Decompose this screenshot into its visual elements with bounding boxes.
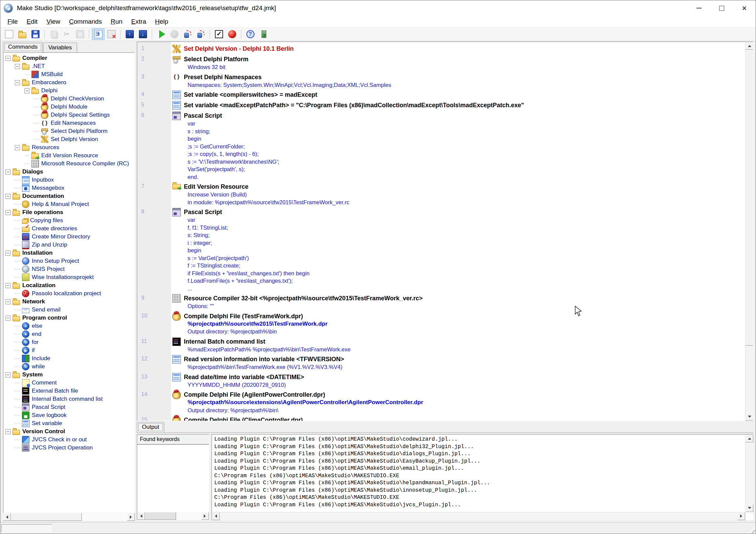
scroll-right-arrow[interactable] — [127, 513, 135, 521]
tree-item[interactable]: Microsoft Resource Compiler (RC) — [3, 160, 135, 168]
stop-button[interactable] — [168, 28, 180, 40]
tree-item[interactable]: JVCS Check in or out — [3, 436, 135, 444]
tree-item[interactable]: Zip and Unzip — [3, 241, 135, 249]
tree-item[interactable]: else — [3, 322, 135, 330]
menu-file[interactable]: File — [3, 17, 22, 26]
close-button[interactable]: ✕ — [733, 0, 756, 16]
collapse-minus-icon[interactable] — [5, 251, 10, 256]
check-syntax-button[interactable] — [213, 28, 225, 40]
menu-edit[interactable]: Edit — [22, 17, 42, 26]
tree-item[interactable]: Documentation — [3, 192, 135, 200]
command-row[interactable]: 11Internal Batch command list%madExceptP… — [137, 338, 745, 353]
tree-item[interactable]: Set variable — [3, 419, 135, 427]
tree-item[interactable]: Program control — [3, 314, 135, 322]
copy-button[interactable] — [47, 28, 60, 40]
log-horizontal-scrollbar[interactable] — [212, 512, 745, 520]
tree-item[interactable]: Include — [3, 354, 135, 363]
tree-item[interactable]: Localization — [3, 281, 135, 289]
scrollbar-track[interactable] — [176, 512, 201, 520]
collapse-minus-icon[interactable] — [5, 283, 10, 288]
scroll-right-arrow[interactable] — [201, 512, 209, 520]
tree-item[interactable]: end — [3, 330, 135, 338]
command-row[interactable]: 12Read version information into variable… — [137, 355, 745, 371]
tree-item[interactable]: Comment — [3, 379, 135, 387]
collapse-minus-icon[interactable] — [5, 316, 10, 321]
command-row[interactable]: 9Resource Compiler 32-bit <%projectpath%… — [137, 294, 745, 310]
collapse-minus-icon[interactable] — [5, 429, 10, 434]
scroll-up-arrow[interactable] — [746, 42, 753, 50]
scroll-right-arrow[interactable] — [737, 512, 745, 520]
scrollbar-thumb[interactable] — [145, 512, 176, 520]
step-into-button[interactable] — [181, 28, 194, 40]
tree-item[interactable]: Inputbox — [3, 176, 135, 184]
menu-extra[interactable]: Extra — [127, 17, 150, 26]
menu-run[interactable]: Run — [106, 17, 127, 26]
command-row[interactable]: 15Compile Delphi File (ClimaController.d… — [137, 416, 745, 421]
tree-item[interactable]: Pascal Script — [3, 403, 135, 411]
open-file-button[interactable] — [16, 28, 28, 40]
paste-button[interactable] — [74, 28, 86, 40]
tree-item[interactable]: Send email — [3, 306, 135, 314]
tab-output[interactable]: Output — [137, 422, 164, 433]
tree-item[interactable]: Copying files — [3, 216, 135, 225]
tree-item[interactable]: JVCS Project Operation — [3, 444, 135, 452]
collapse-minus-icon[interactable] — [5, 372, 10, 377]
move-up-button[interactable] — [123, 28, 136, 40]
tree-item[interactable]: Help & Manual Project — [3, 200, 135, 208]
edit-command-button[interactable] — [92, 28, 104, 40]
scroll-left-arrow[interactable] — [212, 512, 220, 520]
tab-commands[interactable]: Commands — [3, 42, 43, 52]
exit-button[interactable] — [257, 28, 270, 40]
collapse-minus-icon[interactable] — [5, 210, 10, 215]
delete-command-button[interactable] — [105, 28, 118, 40]
tree-item[interactable]: Network — [3, 298, 135, 306]
collapse-minus-icon[interactable] — [24, 88, 29, 93]
menu-view[interactable]: View — [42, 17, 65, 26]
tree-item[interactable]: Select Delphi Platform — [3, 127, 135, 135]
tree-item[interactable]: System — [3, 371, 135, 379]
tree-item[interactable]: File operations — [3, 208, 135, 216]
tree-item[interactable]: External Batch file — [3, 387, 135, 395]
tree-item[interactable]: Wise Installationsprojekt — [3, 273, 135, 281]
tree-item[interactable]: if — [3, 346, 135, 354]
tree-item[interactable]: Edit Version Resource — [3, 152, 135, 160]
tree-horizontal-scrollbar[interactable] — [3, 513, 135, 521]
tab-variables[interactable]: Variables — [43, 43, 77, 52]
log-vertical-scrollbar[interactable] — [745, 435, 753, 512]
scroll-down-arrow[interactable] — [746, 413, 753, 421]
tree-item[interactable]: Embarcadero — [3, 78, 135, 87]
tree-item[interactable]: Passolo localization project — [3, 289, 135, 298]
tree-item[interactable]: Dialogs — [3, 168, 135, 176]
tree-item[interactable]: for — [3, 338, 135, 346]
tree-item[interactable]: MSBuild — [3, 70, 135, 78]
tree-item[interactable]: Messagebox — [3, 184, 135, 192]
scroll-up-arrow[interactable] — [746, 435, 753, 442]
step-over-button[interactable] — [194, 28, 207, 40]
tree-item[interactable]: Compiler — [3, 54, 135, 62]
tree-item[interactable]: Delphi Special Settings — [3, 111, 135, 119]
scroll-left-arrow[interactable] — [137, 512, 145, 520]
tree-item[interactable]: Internal Batch command list — [3, 395, 135, 403]
collapse-minus-icon[interactable] — [5, 194, 10, 199]
save-file-button[interactable] — [29, 28, 42, 40]
cut-button[interactable] — [60, 28, 73, 40]
script-vertical-scrollbar[interactable] — [745, 42, 753, 421]
help-button[interactable] — [244, 28, 257, 40]
tree-item[interactable]: Create directories — [3, 225, 135, 233]
tree-item[interactable]: while — [3, 363, 135, 371]
tree-item[interactable]: Version Control — [3, 427, 135, 436]
scrollbar-track[interactable] — [82, 513, 127, 521]
tree-item[interactable]: NSIS Project — [3, 265, 135, 273]
scrollbar-thumb[interactable] — [746, 50, 753, 346]
command-row[interactable]: 8Pascal Scriptvarf, f1: TStringList;s: S… — [137, 208, 745, 292]
tree-item[interactable]: Edit Namespaces — [3, 119, 135, 127]
new-file-button[interactable] — [3, 28, 15, 40]
collapse-minus-icon[interactable] — [5, 299, 10, 304]
command-row[interactable]: 3Preset Delphi NamespacesNamespaces: Sys… — [137, 73, 745, 89]
found-keywords-list[interactable] — [137, 445, 209, 512]
tree-item[interactable]: Save logbook — [3, 411, 135, 419]
resize-grip[interactable] — [749, 527, 755, 533]
command-row[interactable]: 14Compile Delphi File (AgilentPowerContr… — [137, 391, 745, 414]
tree-item[interactable]: Set Delphi Version — [3, 135, 135, 143]
scroll-down-arrow[interactable] — [746, 504, 753, 512]
